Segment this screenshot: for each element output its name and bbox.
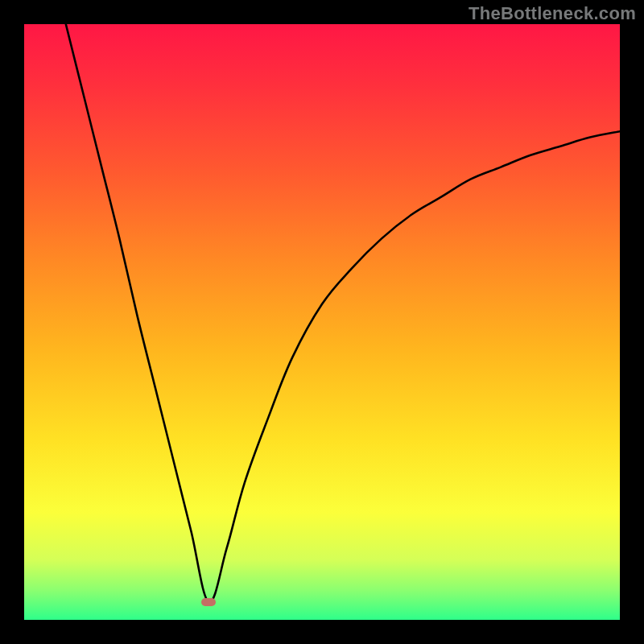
plot-area — [24, 24, 620, 620]
chart-frame: TheBottleneck.com — [0, 0, 644, 644]
bottleneck-curve — [24, 24, 620, 620]
watermark-text: TheBottleneck.com — [469, 3, 636, 24]
optimal-point-marker — [201, 598, 216, 606]
